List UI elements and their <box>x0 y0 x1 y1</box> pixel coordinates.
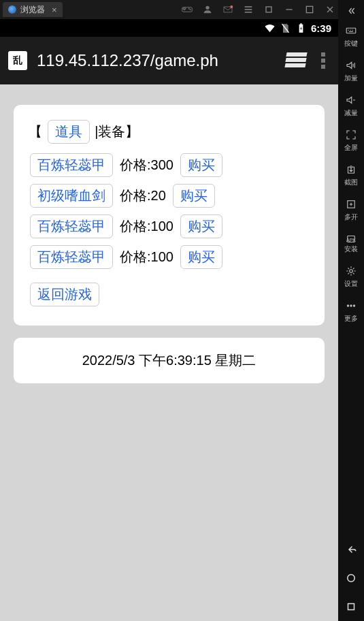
category-items-link[interactable]: 道具 <box>48 120 90 144</box>
emu-screenshot-button[interactable]: 截图 <box>338 158 364 193</box>
item-name-link[interactable]: 百炼轻蕊甲 <box>30 245 113 269</box>
svg-rect-16 <box>348 604 354 610</box>
emu-multi-button[interactable]: 多开 <box>338 193 364 227</box>
page-content: 【 道具 |装备】 百炼轻蕊甲 价格:300 购买 初级嗜血剑 价格:20 购买… <box>0 84 338 621</box>
minimize-icon[interactable] <box>284 4 295 15</box>
battery-charging-icon <box>295 22 307 34</box>
maximize-icon[interactable] <box>304 4 315 15</box>
back-to-game-button[interactable]: 返回游戏 <box>30 283 99 306</box>
emu-keys-label: 按键 <box>344 39 358 48</box>
wifi-icon <box>264 22 276 34</box>
svg-rect-7 <box>346 28 356 33</box>
category-row: 【 道具 |装备】 <box>29 120 310 144</box>
item-name-link[interactable]: 初级嗜血剑 <box>30 184 113 208</box>
emu-volume-up-button[interactable]: 加量 <box>338 54 364 89</box>
emu-keys-button[interactable]: 按键 <box>338 19 364 54</box>
emu-vol-up-label: 加量 <box>344 74 358 83</box>
globe-icon <box>8 5 16 14</box>
page-favicon: 乱 <box>8 51 27 70</box>
item-price: 价格:300 <box>120 156 173 174</box>
gamepad-icon[interactable] <box>182 4 193 15</box>
no-sim-icon <box>280 22 291 34</box>
emu-install-button[interactable]: APK 安装 <box>338 227 364 259</box>
buy-button[interactable]: 购买 <box>180 214 222 238</box>
apk-badge: APK <box>346 238 356 242</box>
emu-multi-label: 多开 <box>344 212 358 222</box>
svg-point-2 <box>230 5 233 8</box>
svg-rect-6 <box>300 23 302 24</box>
collapse-sidebar-button[interactable] <box>338 3 364 19</box>
bracket-close: 】 <box>125 124 139 139</box>
tabs-icon[interactable] <box>285 52 307 69</box>
bracket-open: 【 <box>29 124 42 139</box>
item-price: 价格:20 <box>120 187 166 205</box>
buy-button[interactable]: 购买 <box>173 184 215 208</box>
shop-item-row: 百炼轻蕊甲 价格:100 购买 <box>29 214 310 238</box>
tab-title: 浏览器 <box>20 4 45 16</box>
svg-rect-3 <box>266 7 271 12</box>
timestamp-text: 2022/5/3 下午6:39:15 星期二 <box>82 353 257 368</box>
buy-button[interactable]: 购买 <box>180 153 222 177</box>
android-recent-button[interactable] <box>338 592 364 621</box>
emu-fullscreen-label: 全屏 <box>344 143 358 153</box>
browser-url-bar: 乱 119.45.112.237/game.ph <box>0 37 338 84</box>
item-name-link[interactable]: 百炼轻蕊甲 <box>30 153 113 177</box>
buy-button[interactable]: 购买 <box>180 245 222 269</box>
shop-item-row: 百炼轻蕊甲 价格:100 购买 <box>29 245 310 269</box>
url-text[interactable]: 119.45.112.237/game.ph <box>37 51 276 70</box>
emu-fullscreen-button[interactable]: 全屏 <box>338 123 364 158</box>
emu-vol-down-label: 减量 <box>344 108 358 118</box>
emu-settings-button[interactable]: 设置 <box>338 259 364 294</box>
close-tab-icon[interactable]: × <box>52 5 57 15</box>
svg-point-0 <box>205 6 209 10</box>
svg-point-14 <box>353 305 354 306</box>
emu-more-label: 更多 <box>344 314 358 323</box>
emu-more-button[interactable]: 更多 <box>338 294 364 329</box>
item-price: 价格:100 <box>120 248 173 266</box>
svg-point-12 <box>347 305 348 306</box>
mail-icon[interactable] <box>222 4 233 15</box>
emulator-sidebar: 按键 加量 减量 全屏 截图 多开 APK 安装 设置 更多 <box>338 0 364 621</box>
svg-point-13 <box>350 305 352 306</box>
menu-icon[interactable] <box>243 4 254 15</box>
item-price: 价格:100 <box>120 217 173 236</box>
shop-item-row: 初级嗜血剑 价格:20 购买 <box>29 184 310 208</box>
emu-install-label: 安装 <box>344 244 358 254</box>
android-back-button[interactable] <box>338 535 364 564</box>
more-menu-icon[interactable] <box>316 52 330 69</box>
window-chrome: 浏览器 × <box>0 0 338 19</box>
shop-card: 【 道具 |装备】 百炼轻蕊甲 价格:300 购买 初级嗜血剑 价格:20 购买… <box>14 105 325 325</box>
svg-point-15 <box>348 575 355 582</box>
android-status-bar: 6:39 <box>0 19 338 37</box>
emu-settings-label: 设置 <box>344 279 358 289</box>
shop-item-row: 百炼轻蕊甲 价格:300 购买 <box>29 153 310 177</box>
status-clock: 6:39 <box>311 22 331 34</box>
emu-volume-down-button[interactable]: 减量 <box>338 89 364 123</box>
window-icon[interactable] <box>263 4 274 15</box>
item-name-link[interactable]: 百炼轻蕊甲 <box>30 214 113 238</box>
svg-rect-4 <box>306 6 312 12</box>
svg-point-11 <box>350 270 353 273</box>
emu-screenshot-label: 截图 <box>344 178 358 187</box>
category-equip: 装备 <box>98 124 125 139</box>
close-window-icon[interactable] <box>325 4 335 15</box>
timestamp-card: 2022/5/3 下午6:39:15 星期二 <box>14 338 325 383</box>
android-home-button[interactable] <box>338 564 364 592</box>
browser-tab[interactable]: 浏览器 × <box>3 2 63 17</box>
user-icon[interactable] <box>202 4 213 15</box>
svg-point-8 <box>350 166 352 168</box>
